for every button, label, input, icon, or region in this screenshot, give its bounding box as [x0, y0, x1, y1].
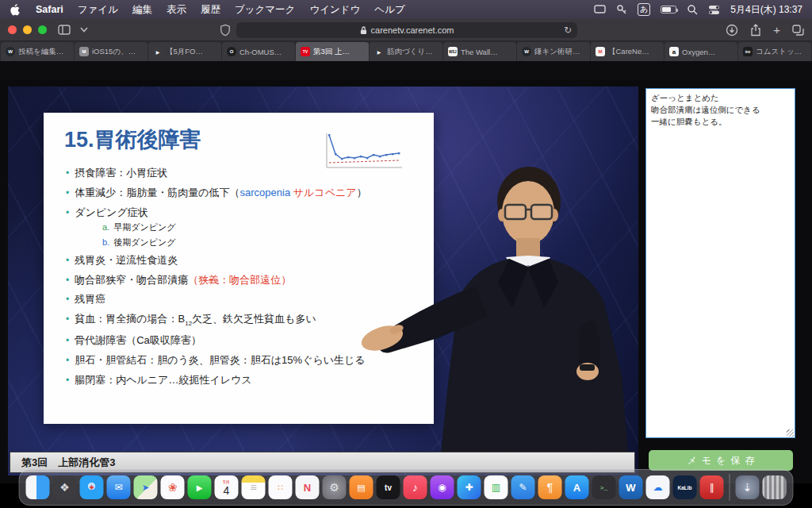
dock-icon-finder[interactable] [26, 475, 50, 499]
chevron-down-icon[interactable] [80, 27, 88, 33]
dock-icon-keynote[interactable]: ✎ [511, 475, 535, 499]
save-memo-button[interactable]: メモを保存 [649, 450, 793, 471]
video-player[interactable]: 15.胃術後障害 摂食障害：小胃症状 体重減少：脂肪量・筋肉量の低下（sarco… [8, 87, 638, 475]
tab-ch-omus[interactable]: OCh-OMUS… [222, 42, 295, 61]
menu-window[interactable]: ウインドウ [309, 3, 360, 17]
dock-icon-word[interactable]: W [619, 475, 643, 499]
dock-icon-parallels[interactable]: ∥ [700, 475, 724, 499]
menu-datetime[interactable]: 5月4日(木) 13:37 [730, 3, 802, 17]
wordpress-favicon: W [522, 47, 531, 56]
reload-button[interactable]: ↻ [564, 25, 572, 36]
dock-icon-calendar[interactable]: 5月 4 [215, 475, 239, 499]
menu-view[interactable]: 表示 [167, 3, 186, 17]
dock-icon-numbers[interactable]: ▥ [485, 475, 508, 499]
page-content: 15.胃術後障害 摂食障害：小胃症状 体重減少：脂肪量・筋肉量の低下（sarco… [0, 80, 812, 483]
search-icon[interactable] [687, 4, 698, 15]
menu-bookmarks[interactable]: ブックマーク [235, 3, 295, 17]
close-window-button[interactable] [8, 25, 17, 34]
input-source-icon[interactable]: あ [638, 3, 650, 16]
menu-history[interactable]: 履歴 [201, 3, 220, 17]
dock-icon-apple-tv[interactable]: tv [377, 475, 400, 499]
dock-icon-maps[interactable]: ➤ [134, 475, 158, 499]
tab-carene-mail[interactable]: M【CareNe… [591, 42, 664, 61]
dock-icon-terminal[interactable]: >_ [592, 475, 616, 499]
dock-divider [730, 474, 730, 501]
menu-help[interactable]: ヘルプ [374, 3, 404, 17]
battery-icon[interactable] [661, 6, 676, 13]
privacy-shield-icon[interactable] [220, 24, 231, 37]
tab-kamakin[interactable]: W鎌キン術研… [517, 42, 590, 61]
dock-icon-trash[interactable] [763, 475, 787, 499]
dock-icon-pages[interactable]: ¶ [538, 475, 562, 499]
safari-toolbar: carenetv.carenet.com ↻ + [0, 19, 812, 41]
dock-icon-reminders[interactable]: ∷ [269, 475, 293, 499]
downloads-button[interactable] [726, 24, 738, 37]
tab-oxygen[interactable]: aOxygen… [665, 42, 737, 61]
dock-icon-onedrive[interactable]: ☁ [646, 475, 670, 499]
dock-icon-music[interactable]: ♪ [404, 475, 427, 499]
dock-icon-downloads[interactable]: ⇣ [736, 475, 760, 499]
lock-icon [360, 26, 367, 35]
new-tab-button[interactable]: + [773, 24, 780, 36]
tab-overview-button[interactable] [792, 25, 804, 36]
tab-label: 鎌キン術研… [534, 47, 580, 57]
display-icon[interactable] [594, 5, 606, 14]
tab-label: 第3回 上… [313, 47, 350, 57]
tab-label: 【5月FO… [166, 47, 203, 57]
memo-textarea[interactable]: ざーっとまとめた 吻合部潰瘍は遠位側にできる 一緒に胆嚢もとる。 [645, 88, 795, 438]
tab-label: 投稿を編集… [18, 47, 63, 57]
dock-icon-books[interactable]: ▤ [350, 475, 373, 499]
address-bar[interactable]: carenetv.carenet.com ↻ [236, 22, 577, 38]
dock-icon-facetime[interactable]: ▶ [188, 475, 212, 499]
wordpress-favicon: W [6, 47, 15, 56]
minimize-window-button[interactable] [23, 25, 32, 34]
dock-icon-news[interactable]: N [296, 475, 320, 499]
dock-icon-kalib[interactable]: KaLib [673, 475, 697, 499]
menu-file[interactable]: ファイル [78, 3, 118, 17]
dock-icon-app-store[interactable]: A [565, 475, 589, 499]
window-controls [8, 25, 47, 34]
safari-window: carenetv.carenet.com ↻ + W投稿を編集… MiOS15の… [0, 19, 812, 464]
apple-menu-icon[interactable] [10, 4, 20, 16]
dock-icon-system-settings[interactable]: ⚙ [323, 475, 347, 499]
dock-icon-safari[interactable]: ✦ [80, 475, 104, 499]
m-favicon: M [79, 47, 89, 56]
tab-label: Oxygen… [682, 48, 715, 56]
sidebar-toggle-button[interactable] [58, 25, 71, 35]
dock-icon-photos[interactable]: ❀ [161, 475, 185, 499]
tab-ios15[interactable]: MiOS15の、… [75, 42, 147, 61]
amazon-favicon: a [669, 47, 679, 56]
wsj-favicon: WSJ [448, 47, 458, 56]
tab-label: コムストッ… [756, 47, 802, 57]
dock: ❖ ✦ ✉ ➤ ❀ ▶ 5月 4 ≡ ∷ N ⚙ ▤ tv ♪ ◉ ✚ ▥ ✎ … [19, 469, 794, 506]
tab-edit-post[interactable]: W投稿を編集… [1, 42, 74, 61]
url-text: carenetv.carenet.com [371, 25, 454, 35]
video-favicon: ▶ [153, 47, 163, 56]
tab-comstock[interactable]: invコムストッ… [738, 42, 811, 61]
textarea-resize-handle[interactable] [787, 429, 794, 437]
share-button[interactable] [750, 24, 761, 37]
dock-icon-mail[interactable]: ✉ [107, 475, 131, 499]
zoom-window-button[interactable] [38, 25, 47, 34]
dock-icon-notes[interactable]: ≡ [242, 475, 266, 499]
tab-wsj[interactable]: WSJThe Wall… [443, 42, 516, 61]
circle-favicon: O [227, 47, 236, 56]
key-icon[interactable] [616, 4, 627, 15]
carenetv-favicon: TV [301, 47, 310, 56]
dock-icon-podcasts[interactable]: ◉ [431, 475, 454, 499]
player-title-text: 第3回 上部消化管3 [21, 456, 115, 470]
control-center-icon[interactable] [708, 5, 720, 15]
tab-may-fo[interactable]: ▶【5月FO… [148, 42, 221, 61]
macos-menu-bar: Safari ファイル 編集 表示 履歴 ブックマーク ウインドウ ヘルプ あ … [0, 0, 812, 19]
tab-bar: W投稿を編集… MiOS15の、… ▶【5月FO… OCh-OMUS… TV第3… [0, 41, 812, 61]
menu-edit[interactable]: 編集 [132, 3, 152, 17]
inv-favicon: inv [743, 47, 753, 56]
gmail-favicon: M [596, 47, 605, 56]
tab-carenetv-active[interactable]: TV第3回 上… [296, 42, 369, 61]
tab-label: The Wall… [461, 48, 498, 56]
tab-muscle[interactable]: ▶筋肉づくり… [370, 42, 442, 61]
calendar-day-text: 4 [224, 485, 230, 496]
menu-safari[interactable]: Safari [36, 4, 63, 15]
dock-icon-launchpad[interactable]: ❖ [53, 475, 77, 499]
dock-icon-shortcuts[interactable]: ✚ [458, 475, 481, 499]
